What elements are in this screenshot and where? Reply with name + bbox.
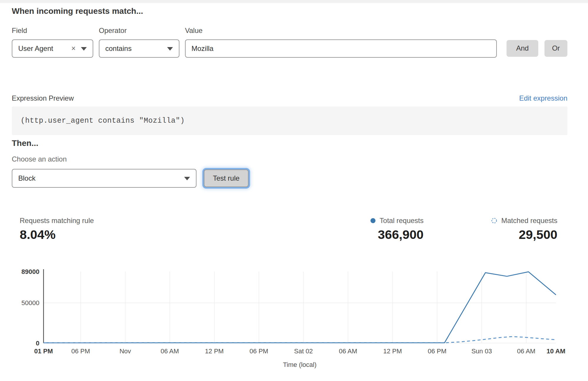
total-requests-legend: Total requests bbox=[332, 217, 424, 225]
and-button[interactable]: And bbox=[507, 40, 538, 57]
svg-text:Sat 02: Sat 02 bbox=[294, 347, 313, 355]
svg-text:06 PM: 06 PM bbox=[428, 347, 447, 355]
matching-rule-value: 8.04% bbox=[20, 228, 332, 241]
action-select[interactable]: Block bbox=[12, 169, 196, 188]
value-group: Value bbox=[185, 15, 497, 58]
operator-select[interactable]: contains bbox=[99, 39, 179, 58]
clear-field-icon[interactable]: × bbox=[71, 44, 76, 52]
field-select[interactable]: User Agent × bbox=[12, 39, 93, 58]
svg-text:06 PM: 06 PM bbox=[249, 347, 268, 355]
matched-requests-line bbox=[44, 337, 556, 343]
total-requests-line bbox=[44, 272, 556, 343]
chevron-down-icon bbox=[184, 177, 190, 180]
chevron-down-icon bbox=[81, 47, 87, 51]
top-divider bbox=[0, 0, 588, 3]
action-select-value: Block bbox=[12, 174, 36, 182]
svg-text:06 PM: 06 PM bbox=[71, 347, 90, 355]
rule-editor: When incoming requests match... Field Us… bbox=[0, 7, 588, 241]
svg-text:12 PM: 12 PM bbox=[205, 347, 224, 355]
operator-label: Operator bbox=[99, 26, 179, 35]
operator-group: Operator contains bbox=[99, 15, 179, 58]
stat-matched-requests: Matched requests 29,500 bbox=[460, 217, 557, 241]
expression-code: (http.user_agent contains "Mozilla") bbox=[21, 117, 185, 125]
action-row: Block Test rule bbox=[12, 169, 567, 188]
stat-matching-rule: Requests matching rule 8.04% bbox=[20, 217, 332, 241]
svg-text:10 AM: 10 AM bbox=[547, 347, 565, 355]
value-input[interactable] bbox=[185, 39, 497, 58]
field-select-value: User Agent bbox=[12, 44, 53, 53]
chevron-down-icon bbox=[167, 47, 173, 51]
requests-chart: 0500008900001 PM06 PMNov06 AM12 PM06 PMS… bbox=[0, 267, 588, 370]
operator-select-value: contains bbox=[99, 44, 131, 53]
condition-row: Field User Agent × Operator contains Val… bbox=[12, 15, 567, 58]
total-requests-dot-icon bbox=[370, 218, 376, 224]
total-requests-value: 366,900 bbox=[332, 228, 424, 241]
svg-text:06 AM: 06 AM bbox=[161, 347, 179, 355]
svg-text:01 PM: 01 PM bbox=[34, 347, 53, 355]
connector-buttons: And Or bbox=[507, 40, 567, 57]
total-requests-label: Total requests bbox=[380, 217, 424, 225]
or-button[interactable]: Or bbox=[544, 40, 567, 57]
svg-text:50000: 50000 bbox=[21, 299, 39, 307]
match-heading: When incoming requests match... bbox=[12, 7, 567, 15]
x-axis-title: Time (local) bbox=[283, 361, 317, 368]
svg-text:12 PM: 12 PM bbox=[383, 347, 402, 355]
field-label: Field bbox=[12, 26, 93, 35]
svg-text:06 AM: 06 AM bbox=[517, 347, 535, 355]
matching-rule-label: Requests matching rule bbox=[20, 217, 332, 225]
test-rule-button[interactable]: Test rule bbox=[204, 169, 249, 187]
chart-svg: 0500008900001 PM06 PMNov06 AM12 PM06 PMS… bbox=[0, 267, 588, 370]
then-heading: Then... bbox=[12, 139, 567, 147]
matched-requests-legend: Matched requests bbox=[460, 217, 557, 225]
svg-text:Sun 03: Sun 03 bbox=[472, 347, 492, 355]
stats-row: Requests matching rule 8.04% Total reque… bbox=[20, 217, 557, 241]
expression-preview-label: Expression Preview bbox=[12, 94, 74, 102]
matched-requests-value: 29,500 bbox=[460, 228, 557, 241]
svg-text:06 AM: 06 AM bbox=[339, 347, 357, 355]
expression-code-box: (http.user_agent contains "Mozilla") bbox=[12, 107, 567, 135]
expression-header: Expression Preview Edit expression bbox=[12, 94, 567, 102]
field-group: Field User Agent × bbox=[12, 15, 93, 58]
edit-expression-link[interactable]: Edit expression bbox=[519, 94, 567, 102]
svg-text:Nov: Nov bbox=[119, 347, 131, 355]
value-label: Value bbox=[185, 26, 497, 35]
svg-text:0: 0 bbox=[36, 340, 39, 347]
matched-requests-label: Matched requests bbox=[501, 217, 557, 225]
matched-requests-dashed-circle-icon bbox=[491, 217, 497, 224]
choose-action-label: Choose an action bbox=[12, 155, 567, 163]
stat-total-requests: Total requests 366,900 bbox=[332, 217, 424, 241]
svg-text:89000: 89000 bbox=[21, 268, 39, 275]
